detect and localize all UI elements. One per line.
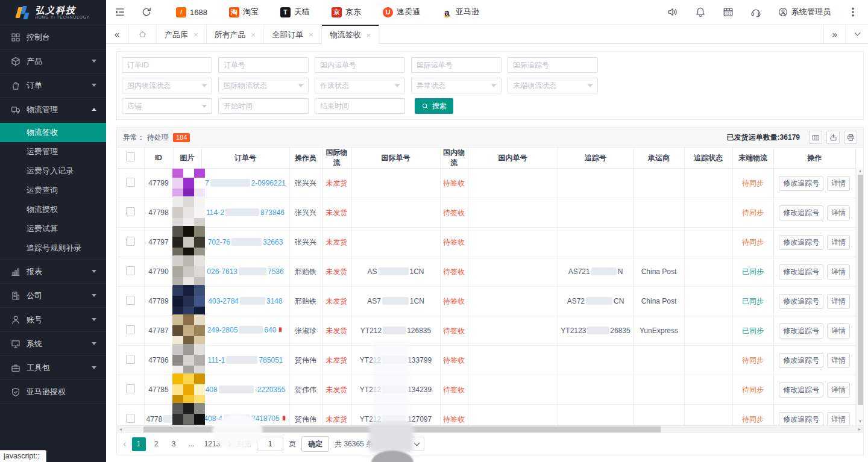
detail-button[interactable]: 详情 [827,176,850,191]
sidebar-subitem[interactable]: 运费查询 [0,181,106,200]
sidebar-item-toolbox[interactable]: 工具包 [0,356,106,380]
refresh-icon[interactable] [141,7,152,17]
tab-1[interactable]: 所有产品 × [207,25,265,43]
detail-button[interactable]: 详情 [827,323,850,339]
filter-input-0[interactable] [122,57,212,73]
order-link[interactable]: 408-2220355 [206,386,286,394]
bell-icon[interactable] [695,7,706,17]
next-page-icon[interactable]: › [228,439,231,449]
tabs-menu-icon[interactable] [846,25,868,43]
sidebar-item-logistics[interactable]: 物流管理 [0,98,106,122]
sidebar-subitem[interactable]: 物流授权 [0,200,106,219]
print-icon[interactable] [844,131,857,144]
order-link[interactable]: 111-1785051 [208,356,283,364]
filter-select-2[interactable]: 作废状态 [315,78,405,93]
sidebar-subitem[interactable]: 物流签收 [0,123,106,142]
modify-tracking-button[interactable]: 修改追踪号 [779,353,823,368]
close-icon[interactable]: × [309,30,313,39]
detail-button[interactable]: 详情 [827,382,850,398]
row-checkbox[interactable] [126,355,135,364]
sidebar-item-account[interactable]: 账号 [0,308,106,332]
close-icon[interactable]: × [193,30,198,39]
prev-page-icon[interactable]: ‹ [123,439,127,449]
goto-page-input[interactable] [257,437,283,451]
row-checkbox[interactable] [126,207,135,216]
date-input-1[interactable] [315,98,405,114]
sidebar-item-company[interactable]: 公司 [0,284,106,308]
filter-select-0[interactable]: 国内物流状态 [122,78,212,93]
filter-select-4[interactable]: 末端物流状态 [508,78,598,93]
page-size-select[interactable]: 30 条/页 [379,437,424,451]
order-link[interactable]: 408-43418705 [204,414,279,423]
sidebar-subitem[interactable]: 运费导入记录 [0,161,106,181]
date-input-0[interactable] [218,98,309,114]
row-checkbox[interactable] [126,325,135,334]
order-link[interactable]: 026-76137536 [207,267,283,276]
tab-3[interactable]: 物流签收 × [322,25,380,44]
vertical-scrollbar[interactable]: ▲ ▼ [856,167,863,425]
horizontal-scroll-thumb[interactable] [143,426,661,432]
page-number[interactable]: 1 [132,437,146,451]
filter-select-3[interactable]: 异常状态 [411,78,502,93]
user-menu[interactable]: 系统管理员 [778,7,831,17]
scroll-down-icon[interactable]: ▼ [857,417,864,425]
marketplace-aliexpress[interactable]: U 速卖通 [383,7,420,17]
filter-input-2[interactable] [315,57,405,73]
sidebar-subitem[interactable]: 追踪号规则补录 [0,239,106,258]
filter-input-3[interactable] [411,57,502,73]
filter-select-1[interactable]: 国际物流状态 [218,78,309,93]
more-icon[interactable] [848,7,858,17]
columns-icon[interactable] [809,131,822,144]
page-number[interactable]: 3 [167,437,181,451]
sidebar-fold-icon[interactable] [115,7,125,17]
sidebar-subitem[interactable]: 运费管理 [0,142,106,161]
sidebar-item-product[interactable]: 产品 [0,49,106,73]
shop-select[interactable]: 店铺 [122,98,212,114]
home-tab[interactable] [128,25,157,43]
row-checkbox[interactable] [126,237,135,246]
marketplace-jd[interactable]: 京 京东 [332,7,361,17]
order-link[interactable]: 249-2805640 [207,326,277,334]
marketplace-tmall[interactable]: T 天猫 [280,7,310,17]
scroll-right-icon[interactable]: ► [856,426,863,433]
order-link[interactable]: 702-7632663 [208,238,283,246]
sidebar-item-amazon-auth[interactable]: 亚马逊授权 [0,380,106,404]
tab-0[interactable]: 产品库 × [157,25,207,43]
modify-tracking-button[interactable]: 修改追踪号 [779,264,823,279]
tabs-scroll-left-icon[interactable]: « [106,25,128,43]
modify-tracking-button[interactable]: 修改追踪号 [779,294,823,309]
horizontal-scrollbar[interactable]: ◄ ► [117,425,863,433]
row-checkbox[interactable] [126,414,135,423]
modify-tracking-button[interactable]: 修改追踪号 [779,323,823,339]
modify-tracking-button[interactable]: 修改追踪号 [779,382,823,398]
order-link[interactable]: 114-2873846 [206,208,285,217]
sidebar-subitem[interactable]: 运费试算 [0,219,106,239]
detail-button[interactable]: 详情 [827,294,850,309]
support-icon[interactable] [750,7,761,17]
search-button[interactable]: 搜索 [415,98,453,114]
close-icon[interactable]: × [366,31,371,40]
marketplace-taobao[interactable]: 淘 淘宝 [229,7,259,17]
row-checkbox[interactable] [126,178,135,187]
scroll-up-icon[interactable]: ▲ [857,167,864,175]
sidebar-item-system[interactable]: 系统 [0,332,106,356]
tab-2[interactable]: 全部订单 × [264,25,322,43]
filter-input-4[interactable] [508,57,598,73]
detail-button[interactable]: 详情 [827,205,850,220]
sidebar-item-order[interactable]: 订单 [0,73,106,98]
filter-input-1[interactable] [218,57,309,73]
scroll-left-icon[interactable]: ◄ [117,426,124,433]
abacus-icon[interactable] [723,7,734,17]
close-icon[interactable]: × [251,30,256,39]
marketplace-amazon[interactable]: a 亚马逊 [442,7,479,17]
modify-tracking-button[interactable]: 修改追踪号 [779,235,823,250]
vertical-scroll-thumb[interactable] [858,175,863,405]
row-checkbox[interactable] [126,296,135,305]
marketplace-1688[interactable]: / 1688 [176,7,207,17]
pending-count-badge[interactable]: 184 [173,133,190,142]
row-checkbox[interactable] [126,266,135,275]
detail-button[interactable]: 详情 [827,353,850,368]
select-all-checkbox[interactable] [126,152,135,161]
modify-tracking-button[interactable]: 修改追踪号 [779,205,823,220]
page-number[interactable]: 2 [149,437,163,451]
